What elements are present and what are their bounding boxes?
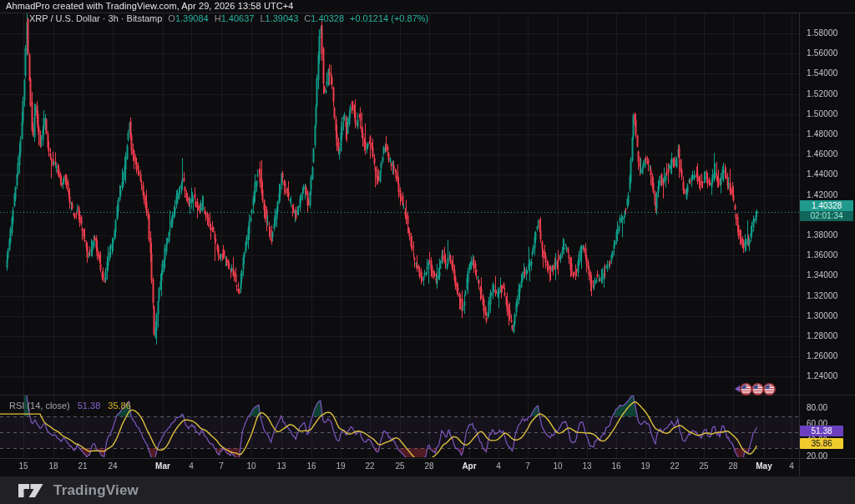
us-flag-icon[interactable]: [763, 383, 776, 396]
time-axis-label: 24: [108, 461, 117, 471]
price-axis-label: 1.36000: [807, 250, 838, 260]
us-flag-icon[interactable]: [740, 383, 752, 396]
time-axis-label: 25: [699, 461, 708, 471]
time-axis-label: May: [756, 461, 772, 471]
last-price-value: 1.40328: [800, 200, 853, 211]
price-axis-label: 1.46000: [807, 149, 838, 159]
time-axis-label: 13: [582, 461, 591, 471]
tradingview-logo-icon[interactable]: [17, 481, 45, 501]
ohlc-high: H1.40637: [215, 13, 255, 23]
time-axis-label: 4: [789, 461, 794, 471]
time-axis-label: 15: [18, 461, 28, 471]
time-axis-label: 21: [78, 461, 87, 471]
price-axis-label: 1.28000: [807, 331, 838, 340]
ohlc-low: L1.39043: [260, 13, 298, 23]
price-axis-label: 1.42000: [807, 190, 838, 199]
time-axis-label: 28: [424, 461, 433, 471]
time-axis-label: Apr: [462, 461, 476, 471]
time-axis-label: 16: [611, 461, 620, 471]
price-axis-label: 1.26000: [807, 351, 838, 360]
us-flag-icon[interactable]: [751, 383, 764, 396]
price-axis-label: 1.50000: [807, 109, 838, 118]
bar-countdown: 02:01:34: [800, 211, 853, 221]
time-axis-label: 7: [219, 461, 224, 471]
rsi-title: RSI (14, close): [9, 401, 70, 411]
price-axis-label: 1.56000: [807, 48, 838, 58]
time-axis-label: 4: [189, 461, 194, 471]
time-axis-label: 25: [395, 461, 404, 471]
time-axis-label: 19: [640, 461, 650, 471]
price-axis-label: 1.30000: [807, 311, 838, 320]
footer-bar: TradingView: [0, 476, 855, 504]
rsi-value-badge: 51.38: [800, 426, 843, 436]
price-axis-label: 1.44000: [807, 169, 838, 179]
time-axis-label: 10: [553, 461, 562, 471]
time-axis-label: 22: [365, 461, 374, 471]
price-change: +0.01214 (+0.87%): [350, 13, 428, 23]
time-axis-label: Mar: [155, 461, 170, 471]
rsi-ma-badge: 35.86: [800, 438, 843, 449]
ohlc-close: C1.40328: [304, 13, 344, 23]
time-axis-label: 4: [496, 461, 501, 471]
price-axis-label: 1.34000: [807, 270, 838, 280]
rsi-ma-value: 35.86: [108, 401, 131, 411]
time-axis-label: 18: [48, 461, 58, 471]
time-axis-label: 28: [728, 461, 737, 471]
price-axis-label: 1.38000: [807, 230, 838, 239]
price-axis-label: 1.54000: [807, 68, 838, 78]
time-axis-label: 19: [336, 461, 345, 471]
time-axis-label: 13: [276, 461, 286, 471]
price-axis[interactable]: 1.40328 02:01:34 51.38 35.86 1.580001.56…: [799, 13, 855, 458]
rsi-axis-label: 80.00: [807, 403, 827, 412]
tradingview-chart-window: AhmadPro created with TradingView.com, A…: [0, 0, 855, 504]
rsi-value: 51.38: [78, 401, 101, 411]
time-axis-label: 16: [306, 461, 316, 471]
economic-event-flags[interactable]: [741, 383, 776, 396]
price-axis-label: 1.48000: [807, 129, 838, 139]
time-axis[interactable]: 15182124Mar4710131619222528Apr4710131619…: [0, 458, 799, 476]
time-axis-label: 10: [246, 461, 255, 471]
time-axis-label: 22: [670, 461, 679, 471]
symbol-legend: XRP / U.S. Dollar · 3h · Bitstamp O1.390…: [29, 13, 428, 23]
rsi-axis-label: 20.00: [807, 451, 827, 461]
symbol-title[interactable]: XRP / U.S. Dollar · 3h · Bitstamp: [29, 13, 162, 23]
attribution-text: AhmadPro created with TradingView.com, A…: [6, 1, 294, 11]
price-axis-label: 1.52000: [807, 89, 838, 98]
rsi-indicator-header[interactable]: RSI (14, close) 51.38 35.86: [9, 401, 131, 411]
price-axis-label: 1.58000: [807, 28, 838, 38]
ohlc-open: O1.39084: [168, 13, 208, 23]
tradingview-brand-text[interactable]: TradingView: [53, 482, 139, 499]
price-axis-label: 1.32000: [807, 291, 838, 300]
price-axis-label: 1.24000: [807, 371, 838, 381]
last-price-badge: 1.40328 02:01:34: [800, 200, 853, 221]
event-markers[interactable]: [735, 381, 776, 396]
time-axis-label: 7: [525, 461, 530, 471]
chart-canvas[interactable]: [0, 0, 855, 504]
